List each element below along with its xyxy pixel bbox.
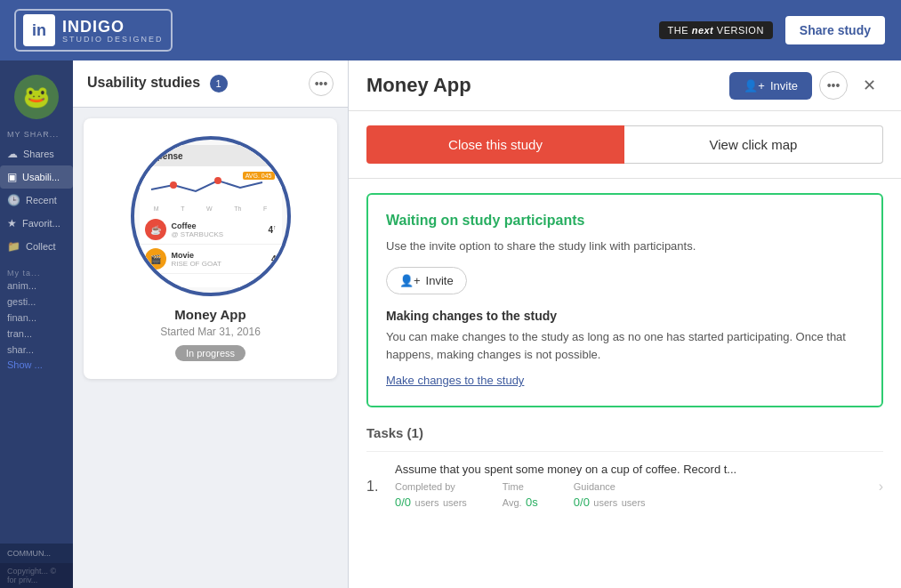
coffee-text: Coffee @ STARBUCKS bbox=[172, 222, 263, 238]
community-section: COMMUN... bbox=[0, 544, 73, 563]
left-panel: Usability studies 1 ••• Expense AVG. 045… bbox=[73, 60, 349, 588]
community-label: COMMUN... bbox=[7, 549, 66, 558]
invite-label: Invite bbox=[770, 79, 798, 93]
guidance-unit-label: users bbox=[622, 497, 646, 508]
tag-gesti[interactable]: gesti... bbox=[7, 294, 66, 310]
movie-text: Movie RISE OF GOAT bbox=[172, 251, 266, 268]
content-area: Waiting on study participants Use the in… bbox=[349, 179, 901, 588]
study-date: Started Mar 31, 2016 bbox=[160, 326, 261, 338]
top-right: THE next VERSION Share study bbox=[659, 14, 887, 46]
show-more-link[interactable]: Show ... bbox=[7, 358, 66, 372]
time-value-row: Avg. 0s bbox=[503, 494, 538, 510]
my-shares-label: MY SHAR... bbox=[0, 126, 73, 142]
svg-point-1 bbox=[214, 177, 221, 184]
tag-shar[interactable]: shar... bbox=[7, 342, 66, 358]
task-chevron-icon[interactable]: › bbox=[879, 479, 883, 495]
task-stats: Completed by 0/0 users users Time Avg. bbox=[395, 481, 868, 510]
invite-small-label: Invite bbox=[426, 274, 454, 287]
logo-icon: in bbox=[23, 14, 55, 46]
logo-area: in INDIGO STUDIO DESIGNED bbox=[14, 9, 173, 52]
collect-icon: 📁 bbox=[7, 240, 20, 253]
study-name: Money App bbox=[174, 307, 245, 322]
right-panel: Money App 👤+ Invite ••• ✕ Close this stu… bbox=[349, 60, 901, 588]
logo-box: in INDIGO STUDIO DESIGNED bbox=[14, 9, 173, 52]
guidance-stat: Guidance 0/0 users users bbox=[574, 481, 646, 510]
time-stat: Time Avg. 0s bbox=[503, 481, 538, 510]
study-image-mock: Expense AVG. 045 MTWThF bbox=[140, 145, 282, 287]
guidance-value: 0/0 bbox=[574, 495, 590, 509]
action-buttons: Close this study View click map bbox=[349, 111, 901, 179]
logo-text-block: INDIGO STUDIO DESIGNED bbox=[62, 18, 164, 44]
usability-icon: ▣ bbox=[7, 171, 17, 183]
time-label: Time bbox=[503, 481, 538, 492]
task-info: Assume that you spent some money on a cu… bbox=[395, 463, 868, 510]
completed-value-row: 0/0 users users bbox=[395, 494, 467, 510]
shares-icon: ☁ bbox=[7, 148, 18, 160]
right-panel-header: Money App 👤+ Invite ••• ✕ bbox=[349, 60, 901, 111]
task-number: 1. bbox=[366, 479, 384, 495]
ellipsis-menu-button[interactable]: ••• bbox=[819, 71, 848, 100]
study-image-container: Expense AVG. 045 MTWThF bbox=[131, 136, 291, 296]
view-click-map-button[interactable]: View click map bbox=[624, 125, 883, 164]
waiting-title: Waiting on study participants bbox=[386, 213, 864, 229]
waiting-desc: Use the invite option to share the study… bbox=[386, 239, 864, 253]
study-count-badge: 1 bbox=[210, 75, 228, 93]
sidebar-item-recent-label: Recent bbox=[26, 195, 57, 205]
task-name: Assume that you spent some money on a cu… bbox=[395, 463, 868, 476]
top-bar: in INDIGO STUDIO DESIGNED THE next VERSI… bbox=[0, 0, 901, 60]
logo-text: INDIGO bbox=[62, 18, 125, 36]
next-version-badge: THE next VERSION bbox=[659, 21, 773, 39]
left-panel-title-area: Usability studies 1 bbox=[87, 75, 228, 93]
close-panel-button[interactable]: ✕ bbox=[855, 71, 883, 100]
invite-small-button[interactable]: 👤+ Invite bbox=[386, 267, 467, 294]
mock-item-movie: 🎬 Movie RISE OF GOAT 4 bbox=[140, 245, 282, 274]
left-panel-header: Usability studies 1 ••• bbox=[73, 60, 348, 108]
tag-finan[interactable]: finan... bbox=[7, 310, 66, 326]
sidebar-item-favorites[interactable]: ★ Favorit... bbox=[0, 212, 73, 235]
tag-anim[interactable]: anim... bbox=[7, 278, 66, 294]
main-content: 🐸 MY SHAR... ☁ Shares ▣ Usabili... 🕒 Rec… bbox=[0, 60, 901, 588]
make-changes-link[interactable]: Make changes to the study bbox=[386, 374, 524, 387]
close-study-button[interactable]: Close this study bbox=[366, 125, 624, 164]
completed-label: Completed by bbox=[395, 481, 467, 492]
guidance-unit: users bbox=[593, 497, 617, 508]
sidebar-item-usability-label: Usabili... bbox=[22, 172, 60, 182]
next-version-suffix: VERSION bbox=[717, 25, 764, 36]
sidebar-item-recent[interactable]: 🕒 Recent bbox=[0, 189, 73, 212]
svg-point-0 bbox=[170, 181, 177, 189]
study-card[interactable]: Expense AVG. 045 MTWThF bbox=[84, 118, 337, 379]
recent-icon: 🕒 bbox=[7, 194, 20, 206]
sidebar-item-shares-label: Shares bbox=[23, 149, 54, 159]
sidebar-item-usability[interactable]: ▣ Usabili... bbox=[0, 165, 73, 189]
completed-unit: users bbox=[415, 497, 439, 508]
time-value: 0s bbox=[526, 495, 538, 509]
coffee-icon: ☕ bbox=[145, 219, 166, 240]
sidebar-item-collect-label: Collect bbox=[26, 241, 56, 252]
invite-small-icon: 👤+ bbox=[399, 274, 421, 287]
logo-sub: STUDIO DESIGNED bbox=[62, 35, 164, 44]
share-study-button[interactable]: Share study bbox=[784, 14, 887, 46]
chart-days: MTWThF bbox=[143, 205, 278, 212]
favorites-icon: ★ bbox=[7, 217, 17, 230]
tasks-header: Tasks (1) bbox=[366, 425, 883, 440]
sidebar-item-shares[interactable]: ☁ Shares bbox=[0, 142, 73, 165]
sidebar-item-favorites-label: Favorit... bbox=[22, 218, 60, 229]
making-changes-title: Making changes to the study bbox=[386, 309, 864, 323]
movie-icon: 🎬 bbox=[145, 248, 166, 270]
invite-icon: 👤+ bbox=[744, 79, 765, 93]
tag-tran[interactable]: tran... bbox=[7, 326, 66, 342]
sidebar-item-collect[interactable]: 📁 Collect bbox=[0, 235, 73, 258]
study-title: Money App bbox=[366, 74, 471, 97]
next-version-word: next bbox=[692, 25, 714, 36]
guidance-value-row: 0/0 users users bbox=[574, 494, 646, 510]
table-row: 1. Assume that you spent some money on a… bbox=[366, 451, 883, 520]
status-badge: In progress bbox=[175, 345, 245, 361]
sidebar: 🐸 MY SHAR... ☁ Shares ▣ Usabili... 🕒 Rec… bbox=[0, 60, 73, 588]
waiting-box: Waiting on study participants Use the in… bbox=[366, 193, 883, 407]
invite-button[interactable]: 👤+ Invite bbox=[729, 72, 812, 100]
left-panel-menu-button[interactable]: ••• bbox=[309, 71, 334, 96]
copyright: Copyright... © for priv... bbox=[0, 563, 73, 588]
avg-badge: AVG. 045 bbox=[243, 172, 275, 180]
next-version-prefix: THE bbox=[668, 25, 689, 36]
my-tags-label: My ta... bbox=[7, 269, 66, 278]
